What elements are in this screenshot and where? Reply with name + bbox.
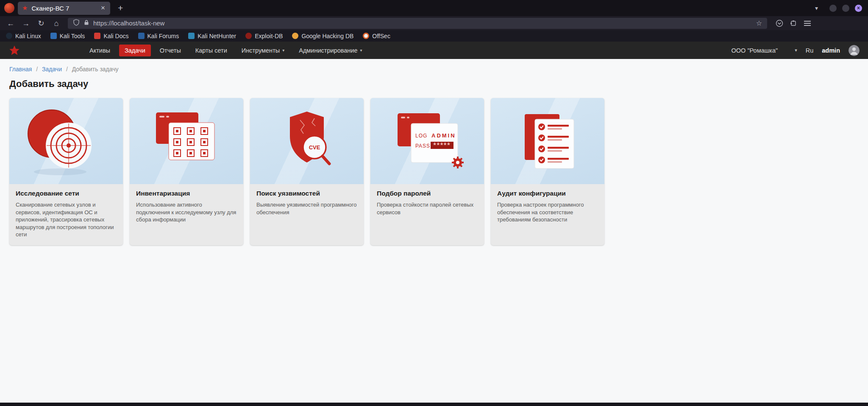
app-logo-star-icon[interactable]: [8, 45, 20, 56]
svg-text:ADMIN: ADMIN: [431, 132, 456, 139]
card-description: Проверка настроек программного обеспечен…: [497, 201, 598, 224]
close-button[interactable]: ×: [855, 5, 862, 12]
card-title: Поиск уязвимостей: [256, 190, 357, 197]
card-title: Подбор паролей: [377, 190, 478, 197]
chevron-down-icon: ▾: [795, 48, 797, 53]
card-config-audit[interactable]: Аудит конфигурации Проверка настроек про…: [491, 98, 604, 245]
minimize-button[interactable]: [829, 5, 837, 12]
bookmarks-bar: Kali Linux Kali Tools Kali Docs Kali For…: [0, 30, 868, 42]
bookmark-kali-tools[interactable]: Kali Tools: [50, 33, 85, 39]
home-button[interactable]: ⌂: [50, 20, 63, 27]
bookmark-label: Kali Linux: [15, 33, 41, 39]
svg-text:LOG: LOG: [415, 133, 427, 139]
toolbar-right-cluster: [776, 20, 815, 27]
card-title: Инвентаризация: [136, 190, 237, 197]
task-type-cards: Исследование сети Сканирование сетевых у…: [9, 98, 859, 245]
card-inventory[interactable]: Инвентаризация Использование активного п…: [130, 98, 243, 245]
card-title: Аудит конфигурации: [497, 190, 598, 197]
bookmark-kali-nethunter[interactable]: Kali NetHunter: [188, 33, 236, 39]
bookmark-label: Kali Tools: [60, 33, 85, 39]
lock-icon[interactable]: [83, 20, 89, 27]
kali-forums-icon: [138, 33, 145, 39]
back-button[interactable]: ←: [4, 20, 17, 27]
hamburger-menu-icon[interactable]: [804, 20, 811, 26]
card-description: Проверка стойкости паролей сетевых серви…: [377, 201, 478, 216]
card-body: Исследование сети Сканирование сетевых у…: [9, 184, 123, 245]
config-audit-illustration: [491, 98, 604, 184]
user-name: admin: [822, 47, 840, 54]
card-vulnerability-search[interactable]: CVE Поиск уязвимостей Выявление уязвимос…: [250, 98, 364, 245]
bookmark-label: Kali Forums: [147, 33, 179, 39]
google-hacking-db-icon: [292, 33, 298, 39]
bookmark-star-icon[interactable]: ☆: [756, 19, 762, 27]
bookmark-label: Kali NetHunter: [198, 33, 236, 39]
bookmark-offsec[interactable]: OffSec: [363, 33, 390, 39]
app-main-menu: Активы Задачи Отчеты Карты сети Инструме…: [84, 45, 368, 56]
card-body: Инвентаризация Использование активного п…: [130, 184, 243, 230]
extensions-puzzle-icon[interactable]: [790, 20, 797, 27]
card-description: Сканирование сетевых узлов и сервисов, и…: [16, 201, 117, 238]
maximize-button[interactable]: [842, 5, 849, 12]
url-bar[interactable]: https://localhost/task-new ☆: [68, 18, 767, 29]
page-title: Добавить задачу: [9, 78, 859, 90]
url-text: https://localhost/task-new: [93, 20, 752, 27]
bookmark-google-hacking-db[interactable]: Google Hacking DB: [292, 33, 353, 39]
offsec-icon: [363, 33, 369, 39]
tab-favicon-star-icon: ★: [22, 4, 28, 12]
taskbar-edge: [0, 403, 868, 406]
tab-title: Сканер-ВС 7: [31, 5, 96, 12]
firefox-icon[interactable]: [4, 3, 14, 13]
card-password-audit[interactable]: LOG ADMIN PASS *****: [370, 98, 484, 245]
menu-item-tasks[interactable]: Задачи: [119, 45, 151, 56]
menu-item-assets[interactable]: Активы: [84, 45, 116, 56]
menu-item-reports[interactable]: Отчеты: [154, 45, 186, 56]
chevron-down-icon: ▾: [360, 48, 362, 53]
browser-tab[interactable]: ★ Сканер-ВС 7 ×: [18, 2, 110, 15]
card-description: Использование активного подключения к ис…: [136, 201, 237, 224]
list-all-tabs-chevron-icon[interactable]: ▾: [815, 5, 824, 11]
menu-item-tools[interactable]: Инструменты ▾: [236, 45, 290, 56]
reload-button[interactable]: ↻: [35, 20, 47, 27]
svg-text:*****: *****: [433, 142, 451, 149]
breadcrumb: Главная / Задачи / Добавить задачу: [9, 59, 859, 73]
bookmark-kali-docs[interactable]: Kali Docs: [94, 33, 128, 39]
bookmark-label: OffSec: [372, 33, 390, 39]
tracking-shield-icon[interactable]: [73, 19, 80, 27]
user-avatar[interactable]: [849, 45, 860, 56]
pocket-icon[interactable]: [776, 20, 783, 27]
bookmark-label: Exploit-DB: [255, 33, 283, 39]
card-network-research[interactable]: Исследование сети Сканирование сетевых у…: [9, 98, 123, 245]
breadcrumb-separator: /: [36, 66, 38, 73]
app-navbar: Активы Задачи Отчеты Карты сети Инструме…: [0, 42, 868, 59]
menu-item-label: Администрирование: [299, 47, 357, 54]
network-research-illustration: [9, 98, 123, 184]
browser-tab-bar: ★ Сканер-ВС 7 × + ▾ ×: [0, 0, 868, 16]
breadcrumb-link-tasks[interactable]: Задачи: [42, 66, 62, 73]
kali-linux-icon: [6, 33, 12, 39]
password-audit-illustration: LOG ADMIN PASS *****: [370, 98, 484, 184]
menu-item-label: Инструменты: [242, 47, 280, 54]
menu-item-administration[interactable]: Администрирование ▾: [293, 45, 367, 56]
kali-nethunter-icon: [188, 33, 195, 39]
organization-selector[interactable]: ООО "Ромашка" ▾: [732, 47, 797, 54]
bookmark-kali-linux[interactable]: Kali Linux: [6, 33, 41, 39]
new-tab-button[interactable]: +: [114, 3, 127, 13]
card-description: Выявление уязвимостей программного обесп…: [256, 201, 357, 216]
card-title: Исследование сети: [16, 190, 117, 197]
bookmark-exploit-db[interactable]: Exploit-DB: [245, 33, 283, 39]
tab-close-icon[interactable]: ×: [100, 4, 106, 12]
bookmark-label: Kali Docs: [103, 33, 128, 39]
browser-toolbar: ← → ↻ ⌂ https://localhost/task-new ☆: [0, 16, 868, 30]
breadcrumb-current: Добавить задачу: [72, 66, 119, 73]
app-navbar-right: ООО "Ромашка" ▾ Ru admin: [732, 45, 860, 56]
menu-item-network-maps[interactable]: Карты сети: [190, 45, 233, 56]
card-body: Поиск уязвимостей Выявление уязвимостей …: [250, 184, 364, 223]
language-selector[interactable]: Ru: [806, 47, 814, 54]
bookmark-kali-forums[interactable]: Kali Forums: [138, 33, 179, 39]
svg-text:PASS: PASS: [415, 143, 430, 149]
svg-text:CVE: CVE: [309, 144, 320, 151]
bookmark-label: Google Hacking DB: [301, 33, 353, 39]
forward-button[interactable]: →: [19, 20, 32, 27]
card-body: Аудит конфигурации Проверка настроек про…: [491, 184, 604, 230]
breadcrumb-link-home[interactable]: Главная: [9, 66, 32, 73]
